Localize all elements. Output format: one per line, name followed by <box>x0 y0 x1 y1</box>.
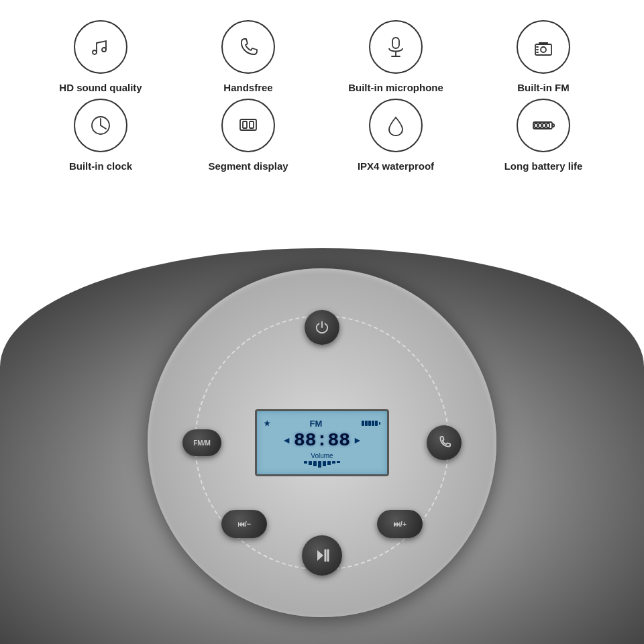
music-icon <box>87 34 114 60</box>
lcd-display: ★ FM ◄ 88:88 ► Volume <box>255 409 389 476</box>
call-button[interactable] <box>427 425 462 460</box>
radio-icon <box>530 34 557 60</box>
prev-button[interactable]: ⏮/− <box>221 510 267 538</box>
battery-bar-1 <box>362 421 364 426</box>
fm-mode-label: FM/M <box>193 439 211 447</box>
clock-icon <box>87 112 114 139</box>
drop-icon <box>382 112 409 139</box>
features-row-2: Built-in clock Segment display IPX4 wate <box>27 99 617 172</box>
svg-point-0 <box>93 50 97 54</box>
svg-rect-24 <box>547 123 549 127</box>
microphone-label: Built-in microphone <box>348 82 443 93</box>
lcd-arrow-left: ◄ <box>282 435 291 445</box>
clock-label: Built-in clock <box>69 160 132 172</box>
battery-label: Long battery life <box>504 160 583 172</box>
svg-rect-22 <box>539 123 541 127</box>
svg-marker-25 <box>317 550 323 561</box>
feature-handsfree: Handsfree <box>174 20 322 93</box>
feature-fm: Built-in FM <box>470 20 617 93</box>
bt-icon: ★ <box>264 419 270 428</box>
fm-icon-circle <box>517 20 570 74</box>
features-section: HD sound quality Handsfree Bu <box>0 0 644 177</box>
clock-icon-circle <box>74 99 127 152</box>
segment-icon-circle <box>221 99 275 152</box>
battery-bar-4 <box>372 421 374 426</box>
power-icon <box>315 320 329 335</box>
device-panel: ★ FM ◄ 88:88 ► Volume <box>148 268 496 617</box>
svg-rect-17 <box>243 121 247 128</box>
lcd-top-row: ★ FM <box>260 419 384 429</box>
handsfree-label: Handsfree <box>223 82 272 93</box>
battery-bar-5 <box>375 421 378 426</box>
display-icon <box>235 112 262 139</box>
svg-line-15 <box>101 125 106 129</box>
lcd-battery <box>362 421 380 426</box>
battery-bar-2 <box>365 421 368 426</box>
lcd-volume-label: Volume <box>311 452 333 460</box>
vol-bar-3 <box>313 461 317 466</box>
vol-bar-8 <box>337 461 340 463</box>
vol-bar-6 <box>327 461 331 465</box>
device-section: ★ FM ◄ 88:88 ► Volume <box>0 248 644 644</box>
svg-rect-18 <box>250 121 254 128</box>
waterproof-icon-circle <box>369 99 423 152</box>
battery-icon <box>530 112 557 139</box>
vol-bar-7 <box>332 461 335 464</box>
svg-point-1 <box>102 48 106 52</box>
lcd-time: 88:88 <box>294 430 350 451</box>
hd-sound-label: HD sound quality <box>59 82 142 93</box>
features-row-1: HD sound quality Handsfree Bu <box>27 20 617 93</box>
segment-label: Segment display <box>208 160 288 172</box>
power-button[interactable] <box>305 310 339 345</box>
play-pause-button[interactable] <box>302 535 342 576</box>
prev-label: ⏮/− <box>237 520 251 528</box>
hd-sound-icon-circle <box>74 20 127 74</box>
vol-bar-2 <box>309 461 312 465</box>
feature-hd-sound: HD sound quality <box>27 20 174 93</box>
feature-microphone: Built-in microphone <box>322 20 470 93</box>
feature-battery: Long battery life <box>470 99 617 172</box>
svg-rect-20 <box>552 124 554 127</box>
microphone-icon-circle <box>369 20 423 74</box>
vol-bar-4 <box>318 461 321 468</box>
lcd-arrow-right: ► <box>353 435 362 445</box>
handsfree-icon-circle <box>221 20 275 74</box>
svg-rect-23 <box>543 123 545 127</box>
next-button[interactable]: ⏭/+ <box>377 510 423 538</box>
phone-icon <box>235 34 262 60</box>
mic-icon <box>382 34 409 60</box>
feature-waterproof: IPX4 waterproof <box>322 99 470 172</box>
vol-bar-5 <box>323 461 326 466</box>
vol-bar-1 <box>304 461 307 464</box>
feature-clock: Built-in clock <box>27 99 174 172</box>
feature-segment: Segment display <box>174 99 322 172</box>
svg-rect-21 <box>535 123 537 127</box>
lcd-volume-bars <box>304 461 340 468</box>
battery-tip <box>379 422 380 425</box>
play-pause-icon <box>314 547 330 564</box>
waterproof-label: IPX4 waterproof <box>358 160 434 172</box>
fm-label: Built-in FM <box>517 82 569 93</box>
call-icon <box>437 435 451 450</box>
lcd-main-row: ◄ 88:88 ► <box>282 430 362 451</box>
battery-bar-3 <box>368 421 371 426</box>
lcd-fm-label: FM <box>310 419 323 429</box>
svg-point-6 <box>541 47 546 52</box>
svg-rect-2 <box>392 38 399 48</box>
fm-mode-button[interactable]: FM/M <box>182 429 221 456</box>
next-label: ⏭/+ <box>393 520 407 528</box>
lcd-bottom-row: Volume <box>304 452 340 468</box>
battery-icon-circle <box>517 99 570 152</box>
